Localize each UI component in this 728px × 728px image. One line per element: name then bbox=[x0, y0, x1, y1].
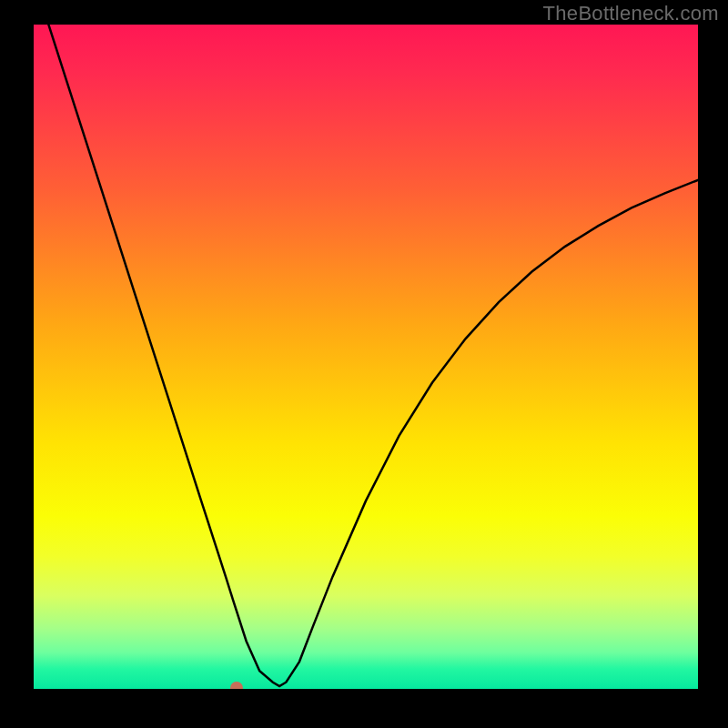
watermark-text: TheBottleneck.com bbox=[543, 2, 719, 25]
optimum-marker bbox=[230, 682, 243, 689]
plot-area bbox=[34, 25, 698, 689]
bottleneck-curve bbox=[34, 25, 698, 689]
